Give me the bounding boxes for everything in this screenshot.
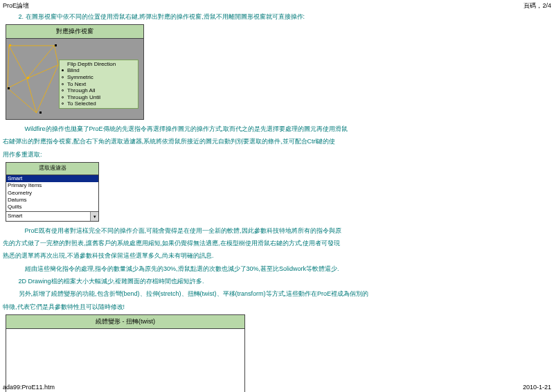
site-title: ProE論壇	[3, 1, 29, 10]
menu-item-throughuntil[interactable]: Through Until	[62, 94, 131, 101]
vertex-dot	[55, 44, 57, 46]
figure-selection-filter: 選取過濾器 Smart Primary Items Geometry Datum…	[6, 162, 551, 222]
paragraph: 經由這些簡化指令的處理,指令的數量減少為原先的30%,滑鼠點選的次數也減少了30…	[3, 264, 551, 274]
vertex-dot	[8, 87, 10, 89]
paragraph: Wildfire的操作也拋棄了ProE傳統的先選指令再選擇操作圖元的操作方式,取…	[3, 124, 551, 134]
context-menu[interactable]: Flip Depth Direction Blind Symmetric To …	[59, 60, 138, 109]
menu-item-symmetric[interactable]: Symmetric	[62, 74, 131, 81]
paragraph: 2D Drawing檔的檔案大小大幅減少,複雜圖面的存檔時間也縮短許多.	[3, 276, 551, 286]
paragraph: ProE既有使用者對這樣完全不同的操作介面,可能會覺得是在使用一全新的軟體,因此…	[3, 226, 551, 235]
paragraph: 用作多重選取:	[3, 150, 551, 159]
paragraph: 2. 在圖形視窗中依不同的位置使用滑鼠右鍵,將彈出對應的操作視窗,滑鼠不用離開圖…	[3, 12, 551, 21]
menu-item-tonext[interactable]: To Next	[62, 81, 131, 88]
filter-list[interactable]: Smart Primary Items Geometry Datums Quil…	[6, 175, 98, 211]
chevron-down-icon[interactable]: ▾	[90, 212, 98, 221]
filter-title: 選取過濾器	[6, 163, 98, 175]
filter-item-quilts[interactable]: Quilts	[6, 204, 98, 211]
figure-twist: 繞體變形 - 扭轉(twist)	[6, 314, 551, 392]
footer-date: 2010-1-21	[523, 384, 551, 391]
figure-title: 對應操作視窗	[6, 25, 143, 38]
vertex-dot	[39, 112, 42, 114]
filter-item-primary[interactable]: Primary Items	[6, 182, 98, 189]
filter-item-geometry[interactable]: Geometry	[6, 190, 98, 197]
filter-item-smart[interactable]: Smart	[6, 175, 98, 182]
paragraph: 另外,新增了繞體變形的功能,包含折彎(bend)、拉伸(stretch)、扭轉(…	[3, 289, 551, 299]
paragraph: 先的方式做了一完整的對照表,讓舊客戶的系統處應用縮短,如果仍覺得無法適應,在模型…	[3, 238, 551, 248]
vertex-dot	[9, 44, 11, 46]
filter-item-datums[interactable]: Datums	[6, 197, 98, 204]
menu-header: Flip Depth Direction	[62, 61, 131, 68]
figure2-title: 繞體變形 - 扭轉(twist)	[6, 315, 244, 328]
menu-item-toselected[interactable]: To Selected	[62, 100, 131, 107]
figure-canvas: Flip Depth Direction Blind Symmetric To …	[6, 39, 143, 119]
figure-context-menu: 對應操作視窗 Flip Depth Direction Blind Symm	[6, 24, 551, 119]
paragraph: 右鍵彈出的對應指令視窗,配合右下角的選取過濾器,系統將依滑鼠所接近的圖元自動判別…	[3, 136, 551, 146]
vertex-dot	[27, 77, 29, 79]
paragraph: 特徵,代表它們是具參數特性且可以隨時修改!	[3, 302, 551, 312]
paragraph: 熟悉的選單將再次出現,不過參數科技會保留這些選單多久,尚未有明確的訊息.	[3, 251, 551, 260]
page-number: 頁碼，2/4	[524, 1, 551, 10]
filter-combo[interactable]: Smart ▾	[6, 211, 98, 221]
menu-item-blind[interactable]: Blind	[62, 67, 131, 74]
figure2-body	[6, 329, 244, 392]
menu-item-throughall[interactable]: Through All	[62, 87, 131, 94]
filter-combo-value: Smart	[6, 212, 90, 221]
footer-path: ada99:ProE11.htm	[3, 384, 55, 391]
